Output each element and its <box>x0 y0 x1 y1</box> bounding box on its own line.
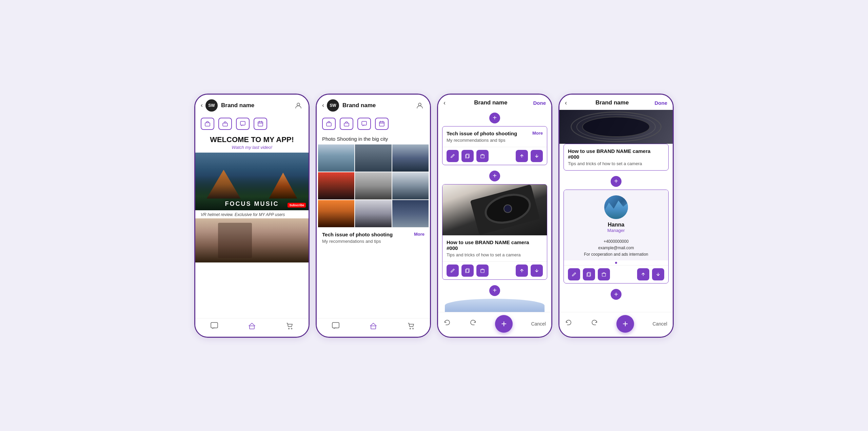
nav-icon-calendar-2[interactable] <box>375 118 389 130</box>
person-icon[interactable] <box>294 101 303 110</box>
wave-decoration <box>445 299 545 312</box>
move-down-btn-1[interactable] <box>531 150 543 162</box>
pencil-btn-4[interactable] <box>568 268 580 280</box>
section-title: Photo Shooting in the big city <box>317 132 430 144</box>
bottom-chat-icon-2[interactable] <box>332 322 340 332</box>
nav-icon-bag[interactable] <box>201 118 214 130</box>
bottom-chat-icon[interactable] <box>210 322 218 332</box>
fab-add-button-4[interactable]: + <box>616 315 634 333</box>
delete-btn-4[interactable] <box>598 268 610 280</box>
bottom-add-button-3: + <box>438 282 551 299</box>
svg-point-7 <box>289 328 290 329</box>
photo-cell-3[interactable] <box>392 144 429 172</box>
pencil-btn-2[interactable] <box>447 265 459 277</box>
photo-cell-5[interactable] <box>355 172 391 199</box>
bottom-home-icon-2[interactable] <box>369 322 377 332</box>
bottom-home-icon[interactable] <box>248 322 256 332</box>
nav-icon-briefcase-2[interactable] <box>340 118 353 130</box>
welcome-subtitle: Watch my last video! <box>195 145 309 153</box>
delete-btn-1[interactable] <box>476 150 489 162</box>
nav-icon-chat[interactable] <box>236 118 250 130</box>
nav-icon-chat-2[interactable] <box>357 118 371 130</box>
redo-button-4[interactable] <box>591 319 598 328</box>
fab-add-button-3[interactable]: + <box>495 315 513 333</box>
svg-rect-1 <box>205 123 210 126</box>
article-header-2: Tech issue of photo shooting More <box>322 232 425 237</box>
cancel-button-4[interactable]: Cancel <box>652 321 667 327</box>
svg-rect-6 <box>250 326 254 329</box>
photo-cell-9[interactable] <box>392 200 429 227</box>
cancel-button-3[interactable]: Cancel <box>531 321 546 327</box>
copy-btn-2[interactable] <box>461 265 474 277</box>
profile-email: example@mail.com <box>568 245 664 251</box>
screen4-header: ‹ Brand name Done <box>559 95 673 110</box>
move-up-btn-1[interactable] <box>516 150 528 162</box>
profile-toolbar <box>564 265 668 283</box>
add-block-bottom-3[interactable]: + <box>489 285 500 296</box>
screen-2: ‹ SW Brand name <box>316 94 431 338</box>
copy-btn-4[interactable] <box>583 268 595 280</box>
editor-block-1: Tech issue of photo shooting More My rec… <box>442 126 547 165</box>
back-button[interactable]: ‹ <box>201 102 203 109</box>
toolbar-right-2 <box>516 265 543 277</box>
nav-icon-bag-2[interactable] <box>322 118 336 130</box>
photo-cell-7[interactable] <box>318 200 354 227</box>
move-up-btn-2[interactable] <box>516 265 528 277</box>
bottom-cart-icon[interactable] <box>285 322 294 332</box>
add-block-middle[interactable]: + <box>489 171 500 181</box>
article-more-2[interactable]: More <box>414 232 425 237</box>
back-button-4[interactable]: ‹ <box>565 99 567 106</box>
photo-cell-4[interactable] <box>318 172 354 199</box>
logo-avatar: SW <box>205 99 218 112</box>
screens-container: ‹ SW Brand name <box>194 94 674 338</box>
screen-4: ‹ Brand name Done How to use BRAND NAME … <box>558 94 674 338</box>
undo-button-3[interactable] <box>443 319 451 328</box>
editor-toolbar-2 <box>442 261 547 279</box>
back-button-2[interactable]: ‹ <box>322 102 324 109</box>
video-text: FOCUS MUSIC <box>225 200 279 208</box>
screen4-action-bar: + Cancel <box>559 312 673 337</box>
profile-avatar-section: Hanna Manager <box>564 190 668 236</box>
photo-cell-6[interactable] <box>392 172 429 199</box>
move-up-btn-4[interactable] <box>637 268 649 280</box>
back-button-3[interactable]: ‹ <box>443 99 446 106</box>
screen3-header: ‹ Brand name Done <box>438 95 551 110</box>
editor-toolbar-1 <box>442 147 547 165</box>
article-card-2: Tech issue of photo shooting More My rec… <box>317 227 430 248</box>
add-block-top[interactable]: + <box>489 113 500 123</box>
nav-icon-briefcase[interactable] <box>218 118 232 130</box>
svg-rect-20 <box>481 155 484 158</box>
block1-more[interactable]: More <box>532 131 543 136</box>
svg-rect-14 <box>332 322 339 328</box>
done-button-4[interactable]: Done <box>655 100 668 106</box>
delete-btn-2[interactable] <box>476 265 489 277</box>
undo-button-4[interactable] <box>565 319 572 328</box>
nav-icon-calendar[interactable] <box>254 118 267 130</box>
profile-bio: For cooperation and ads internation <box>568 251 664 258</box>
photo-cell-8[interactable] <box>355 200 391 227</box>
add-button-4-bottom: + <box>559 286 673 302</box>
video-thumb-1[interactable]: FOCUS MUSIC Subscribe <box>195 153 309 210</box>
photo-cell-1[interactable] <box>318 144 354 172</box>
screen2-bottom-nav <box>317 318 430 337</box>
bottom-cart-icon-2[interactable] <box>407 322 415 332</box>
editor-block-1-content: Tech issue of photo shooting More My rec… <box>442 126 547 147</box>
screen-1: ‹ SW Brand name <box>194 94 310 338</box>
editor-block-2-content: How to use BRAND NAME camera #000 Tips a… <box>442 235 547 261</box>
svg-rect-15 <box>371 326 376 329</box>
photo-cell-2[interactable] <box>355 144 391 172</box>
svg-rect-4 <box>258 122 263 126</box>
person-icon-2[interactable] <box>415 101 425 110</box>
video-thumb-2[interactable]: ▶ <box>195 218 309 262</box>
block1-desc: My recommendations and tips <box>447 138 543 143</box>
block1-article-header: Tech issue of photo shooting More <box>447 131 543 136</box>
add-button-4: + <box>559 173 673 190</box>
move-down-btn-2[interactable] <box>531 265 543 277</box>
redo-button-3[interactable] <box>469 319 477 328</box>
add-block-4[interactable]: + <box>611 176 622 187</box>
pencil-btn-1[interactable] <box>447 150 459 162</box>
move-down-btn-4[interactable] <box>652 268 664 280</box>
add-block-4-bottom[interactable]: + <box>611 289 622 300</box>
done-button-3[interactable]: Done <box>533 100 546 106</box>
copy-btn-1[interactable] <box>461 150 474 162</box>
